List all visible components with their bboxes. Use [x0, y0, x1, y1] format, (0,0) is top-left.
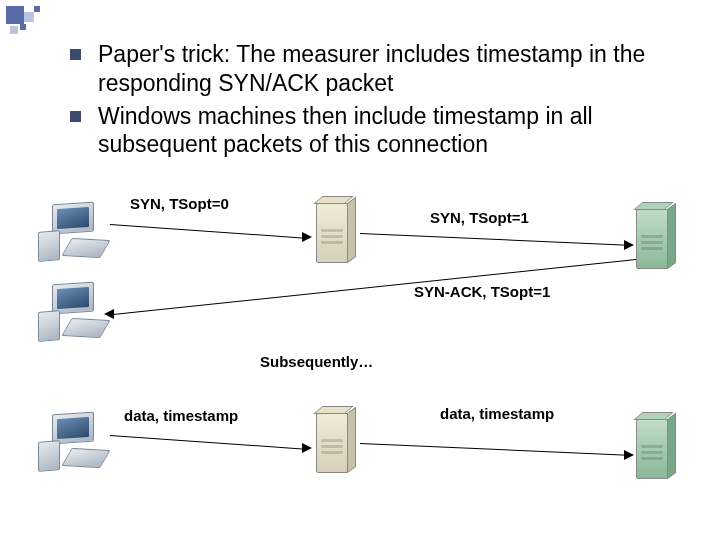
target-server-icon — [636, 209, 676, 273]
bullet-list: Paper's trick: The measurer includes tim… — [70, 40, 660, 159]
target-server-icon — [636, 419, 676, 483]
slide-text: Paper's trick: The measurer includes tim… — [0, 0, 720, 159]
arrow-label: data, timestamp — [124, 407, 238, 424]
arrow-line — [110, 435, 306, 450]
arrow-line — [110, 224, 306, 239]
client-computer-icon — [38, 203, 108, 263]
measurer-server-icon — [316, 413, 356, 477]
subsequently-label: Subsequently… — [260, 353, 373, 370]
arrow-label: SYN, TSopt=1 — [430, 209, 529, 226]
arrow-label: data, timestamp — [440, 405, 554, 422]
arrow-head-icon — [302, 443, 312, 453]
bullet-item: Windows machines then include timestamp … — [70, 102, 660, 160]
bullet-item: Paper's trick: The measurer includes tim… — [70, 40, 660, 98]
client-computer-icon — [38, 413, 108, 473]
arrow-head-icon — [302, 232, 312, 242]
arrow-label: SYN, TSopt=0 — [130, 195, 229, 212]
client-computer-icon — [38, 283, 108, 343]
measurer-server-icon — [316, 203, 356, 267]
arrow-head-icon — [624, 240, 634, 250]
arrow-head-icon — [624, 450, 634, 460]
arrow-line — [360, 233, 628, 246]
diagram: SYN, TSopt=0 SYN, TSopt=1 SYN-ACK, TSopt… — [0, 185, 720, 525]
arrow-line — [113, 259, 636, 315]
arrow-head-icon — [104, 309, 114, 319]
arrow-line — [360, 443, 628, 456]
arrow-label: SYN-ACK, TSopt=1 — [414, 283, 550, 300]
